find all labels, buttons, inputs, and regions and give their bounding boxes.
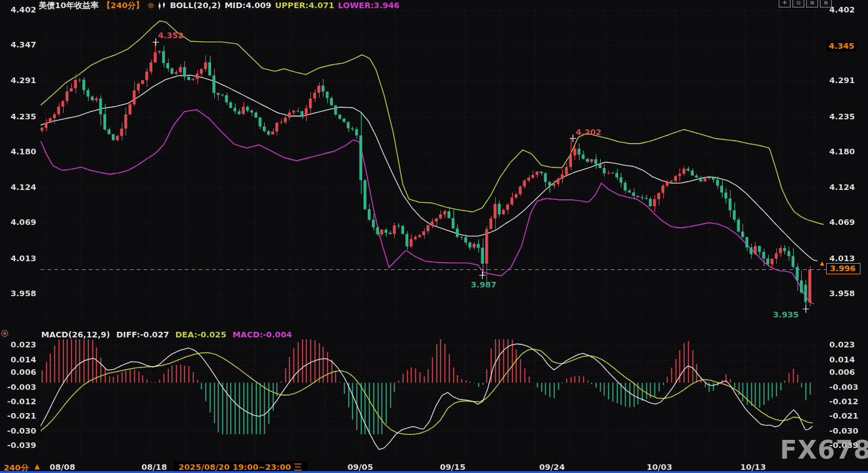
main-axis-left-label: 4.402	[1, 5, 36, 15]
boll-mid-value: MID:4.009	[225, 1, 272, 10]
date-label: 09/24	[530, 462, 574, 472]
macd-params-label: MACD(26,12,9)	[41, 330, 110, 339]
symbol-title: 美债10年收益率	[39, 0, 99, 11]
chart-toolbar: ✛ ⊡ ⊞ ⧉	[779, 0, 832, 7]
main-chart-header: 美债10年收益率 【240分】 ⊕ BOLL(20,2) MID:4.009 U…	[39, 1, 400, 10]
main-axis-right-label: 4.402	[829, 5, 855, 15]
macd-axis-left-label: 0.006	[1, 367, 36, 377]
macd-axis-right-label: -0.021	[829, 411, 859, 421]
main-axis-right-label: 4.235	[829, 112, 855, 122]
macd-axis-right-label: 0.014	[829, 355, 855, 365]
main-axis-left-label: 4.291	[1, 76, 36, 86]
macd-axis-right-label: -0.003	[829, 382, 859, 392]
boll-label: BOLL(20,2)	[170, 1, 221, 10]
macd-axis-left-label: -0.012	[1, 397, 36, 407]
date-label: 10/13	[731, 462, 775, 472]
macd-axis-right-label: -0.012	[829, 397, 859, 407]
boll-upper-value: UPPER:4.071	[275, 1, 335, 10]
macd-hist-value: MACD:-0.004	[232, 330, 292, 339]
boll-lower-value: LOWER:3.946	[338, 1, 399, 10]
macd-axis-left-label: -0.030	[1, 426, 36, 436]
chart-canvas[interactable]	[0, 0, 868, 473]
macd-axis-right-label: -0.030	[829, 426, 859, 436]
indicator-marker-icon[interactable]	[1, 330, 8, 337]
macd-header: MACD(26,12,9) DIFF:-0.027 DEA:-0.025 MAC…	[41, 330, 292, 339]
kline-icon	[158, 2, 166, 9]
macd-axis-right-label: 0.006	[829, 367, 855, 377]
macd-axis-right-label: 0.023	[829, 340, 855, 350]
price-annotation: 3.987	[471, 280, 496, 289]
date-label: 08/18	[132, 462, 176, 472]
price-annotation: 3.935	[773, 310, 799, 319]
pane-grid-icon[interactable]: ⊞	[806, 0, 818, 7]
main-axis-right-label: 4.013	[829, 254, 855, 264]
main-axis-left-label: 4.124	[1, 182, 36, 192]
add-indicator-icon[interactable]: ⊕	[147, 1, 154, 10]
macd-axis-left-label: -0.003	[1, 382, 36, 392]
last-price-label: 3.996	[826, 263, 861, 274]
main-axis-right-label: 3.958	[829, 289, 855, 299]
main-axis-left-label: 4.013	[1, 254, 36, 264]
pane-add-icon[interactable]: ⊡	[792, 0, 804, 7]
macd-axis-left-label: 0.014	[1, 355, 36, 365]
ref-price-label: 4.345	[827, 41, 857, 51]
macd-dea-value: DEA:-0.025	[175, 330, 227, 339]
main-axis-left-label: 4.235	[1, 112, 36, 122]
macd-axis-left-label: -0.021	[1, 411, 36, 421]
main-axis-left-label: 3.958	[1, 289, 36, 299]
main-axis-left-label: 4.180	[1, 147, 36, 157]
main-axis-left-label: 4.069	[1, 217, 36, 227]
main-axis-right-label: 4.291	[829, 76, 855, 86]
watermark: FX678	[780, 437, 868, 462]
price-annotation: 4.202	[576, 127, 601, 137]
last-price-arrow-icon: ▲	[820, 261, 824, 266]
date-label: 10/03	[638, 462, 681, 472]
price-annotation: 4.352	[158, 31, 184, 40]
crosshair-icon[interactable]: ✛	[779, 0, 791, 7]
main-axis-right-label: 4.069	[829, 217, 855, 227]
macd-axis-left-label: 0.023	[1, 340, 36, 350]
timeframe-tag[interactable]: 【240分】	[102, 0, 144, 11]
macd-axis-left-label: -0.039	[1, 441, 36, 451]
main-axis-left-label: 4.347	[1, 40, 36, 50]
main-axis-right-label: 4.124	[829, 182, 855, 192]
date-label: 09/05	[338, 462, 382, 472]
date-label: 09/15	[431, 462, 475, 472]
date-label: 08/08	[41, 462, 84, 472]
macd-diff-value: DIFF:-0.027	[116, 330, 169, 339]
chart-application: 美债10年收益率 【240分】 ⊕ BOLL(20,2) MID:4.009 U…	[0, 0, 868, 473]
main-axis-right-label: 4.180	[829, 147, 855, 157]
